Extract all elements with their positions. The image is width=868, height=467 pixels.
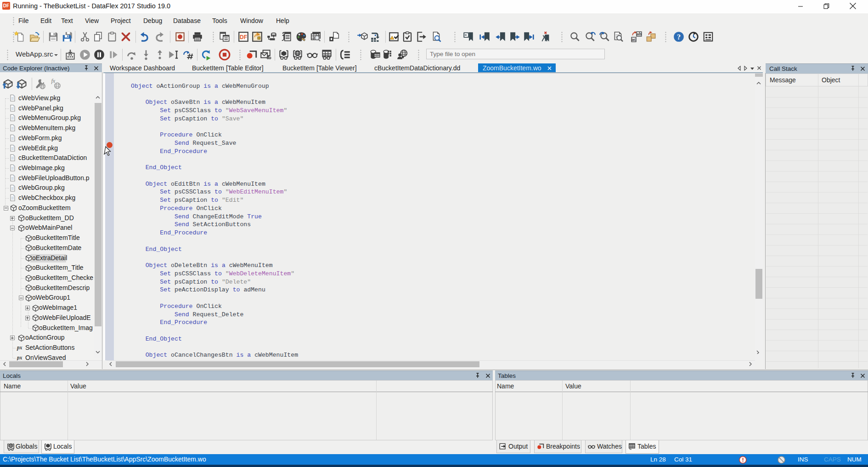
svg-text:?: ? (677, 33, 681, 41)
svg-text:DF: DF (240, 34, 247, 40)
svg-text:fx: fx (51, 78, 55, 84)
svg-text:ab: ab (637, 32, 641, 36)
svg-text:ac: ac (631, 37, 636, 42)
